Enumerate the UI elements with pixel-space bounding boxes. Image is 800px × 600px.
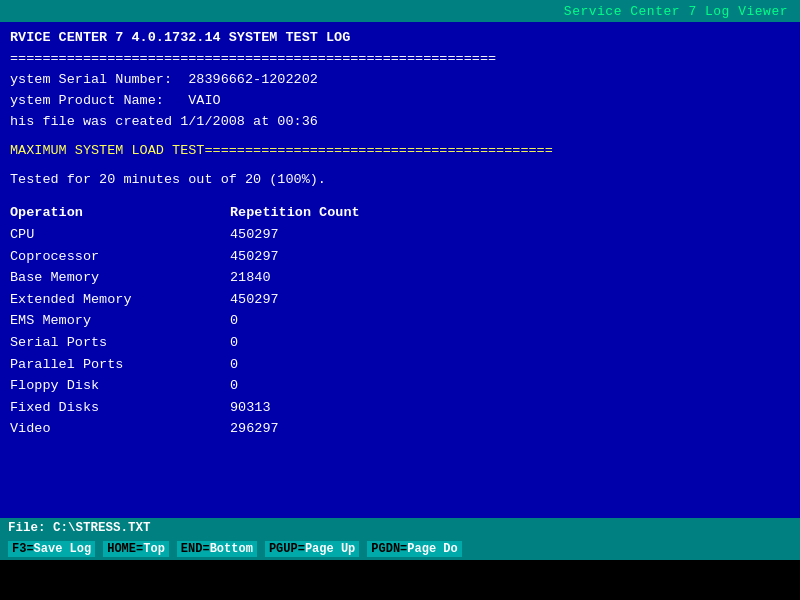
op-count: 450297 bbox=[230, 224, 350, 246]
table-row: Video296297 bbox=[10, 418, 790, 440]
status-command[interactable]: END=Bottom bbox=[177, 541, 257, 557]
table-row: Parallel Ports0 bbox=[10, 354, 790, 376]
status-command[interactable]: F3=Save Log bbox=[8, 541, 95, 557]
op-name: Serial Ports bbox=[10, 332, 230, 354]
file-path: File: C:\STRESS.TXT bbox=[8, 521, 151, 535]
table-row: CPU450297 bbox=[10, 224, 790, 246]
op-name: Extended Memory bbox=[10, 289, 230, 311]
op-count: 450297 bbox=[230, 289, 350, 311]
cmd-desc: Top bbox=[143, 542, 165, 556]
serial-number: ystem Serial Number: 28396662-1202202 bbox=[10, 70, 790, 91]
status-commands-line: F3=Save LogHOME=TopEND=BottomPGUP=Page U… bbox=[0, 538, 800, 560]
op-count: 0 bbox=[230, 375, 350, 397]
status-command[interactable]: HOME=Top bbox=[103, 541, 169, 557]
op-name: Floppy Disk bbox=[10, 375, 230, 397]
table-row: Extended Memory450297 bbox=[10, 289, 790, 311]
table-row: Base Memory21840 bbox=[10, 267, 790, 289]
title-bar: Service Center 7 Log Viewer bbox=[0, 0, 800, 22]
op-count: 0 bbox=[230, 310, 350, 332]
status-command[interactable]: PGDN=Page Do bbox=[367, 541, 461, 557]
op-name: Base Memory bbox=[10, 267, 230, 289]
cmd-desc: Save Log bbox=[34, 542, 92, 556]
op-count: 0 bbox=[230, 332, 350, 354]
main-screen: RVICE CENTER 7 4.0.1732.14 SYSTEM TEST L… bbox=[0, 22, 800, 560]
cmd-key: F3= bbox=[12, 542, 34, 556]
status-command[interactable]: PGUP=Page Up bbox=[265, 541, 359, 557]
table-body: CPU450297Coprocessor450297Base Memory218… bbox=[10, 224, 790, 440]
op-count: 21840 bbox=[230, 267, 350, 289]
cmd-desc: Bottom bbox=[210, 542, 253, 556]
header-separator: ========================================… bbox=[10, 49, 790, 70]
table-header-row: Operation Repetition Count bbox=[10, 202, 790, 224]
status-bar: File: C:\STRESS.TXT F3=Save LogHOME=TopE… bbox=[0, 518, 800, 560]
cmd-key: HOME= bbox=[107, 542, 143, 556]
header-line1: RVICE CENTER 7 4.0.1732.14 SYSTEM TEST L… bbox=[10, 28, 790, 49]
col-operation-header: Operation bbox=[10, 202, 230, 224]
created-date: his file was created 1/1/2008 at 00:36 bbox=[10, 112, 790, 133]
op-count: 0 bbox=[230, 354, 350, 376]
op-name: EMS Memory bbox=[10, 310, 230, 332]
cmd-desc: Page Up bbox=[305, 542, 355, 556]
op-name: Fixed Disks bbox=[10, 397, 230, 419]
cmd-key: PGUP= bbox=[269, 542, 305, 556]
product-name: ystem Product Name: VAIO bbox=[10, 91, 790, 112]
table-row: EMS Memory0 bbox=[10, 310, 790, 332]
title-text: Service Center 7 Log Viewer bbox=[564, 4, 788, 19]
op-name: Video bbox=[10, 418, 230, 440]
op-name: Parallel Ports bbox=[10, 354, 230, 376]
cmd-key: END= bbox=[181, 542, 210, 556]
status-file-line: File: C:\STRESS.TXT bbox=[0, 518, 800, 538]
cmd-desc: Page Do bbox=[407, 542, 457, 556]
test-result: Tested for 20 minutes out of 20 (100%). bbox=[10, 170, 790, 191]
table-row: Serial Ports0 bbox=[10, 332, 790, 354]
results-table: Operation Repetition Count CPU450297Copr… bbox=[10, 202, 790, 440]
table-row: Fixed Disks90313 bbox=[10, 397, 790, 419]
op-name: Coprocessor bbox=[10, 246, 230, 268]
load-test-header: MAXIMUM SYSTEM LOAD TEST================… bbox=[10, 141, 790, 162]
table-row: Floppy Disk0 bbox=[10, 375, 790, 397]
op-count: 90313 bbox=[230, 397, 350, 419]
op-count: 450297 bbox=[230, 246, 350, 268]
op-name: CPU bbox=[10, 224, 230, 246]
op-count: 296297 bbox=[230, 418, 350, 440]
table-row: Coprocessor450297 bbox=[10, 246, 790, 268]
col-count-header: Repetition Count bbox=[230, 202, 350, 224]
cmd-key: PGDN= bbox=[371, 542, 407, 556]
